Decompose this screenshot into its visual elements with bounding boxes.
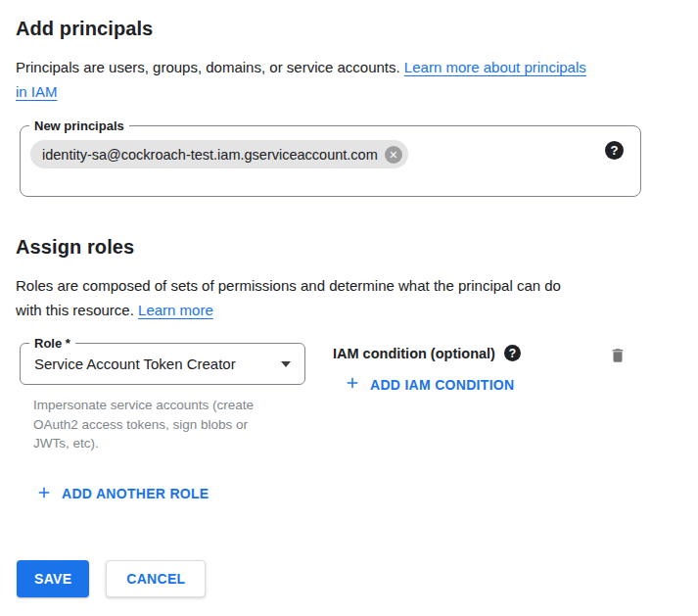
- principals-description-text: Principals are users, groups, domains, o…: [16, 59, 400, 75]
- assign-roles-title: Assign roles: [16, 236, 682, 259]
- save-button[interactable]: SAVE: [17, 560, 89, 597]
- role-select[interactable]: Role * Service Account Token Creator: [20, 343, 305, 385]
- plus-icon: [344, 374, 361, 395]
- chevron-down-icon: [281, 361, 291, 367]
- role-column: Role * Service Account Token Creator Imp…: [16, 343, 325, 453]
- role-select-label: Role *: [29, 335, 75, 352]
- add-principals-panel: Add principals Principals are users, gro…: [0, 0, 698, 597]
- learn-more-roles-link[interactable]: Learn more: [138, 302, 213, 318]
- dialog-actions: SAVE CANCEL: [16, 560, 682, 597]
- assign-roles-description: Roles are composed of sets of permission…: [16, 273, 662, 322]
- add-another-role-button[interactable]: ADD ANOTHER ROLE: [35, 484, 209, 504]
- new-principals-help-icon[interactable]: ?: [605, 141, 624, 160]
- delete-role-button[interactable]: [609, 346, 627, 368]
- new-principals-input[interactable]: New principals identity-sa@cockroach-tes…: [20, 125, 641, 197]
- chip-remove-icon[interactable]: ×: [385, 146, 402, 164]
- iam-condition-label: IAM condition (optional): [333, 346, 495, 361]
- cancel-button[interactable]: CANCEL: [106, 560, 206, 597]
- principal-chip-value: identity-sa@cockroach-test.iam.gservicea…: [42, 147, 378, 163]
- role-helper-text: Impersonate service accounts (create OAu…: [33, 396, 325, 453]
- iam-condition-header: IAM condition (optional) ?: [333, 345, 521, 361]
- iam-condition-help-icon[interactable]: ?: [504, 345, 521, 361]
- role-selected-value: Service Account Token Creator: [34, 355, 281, 372]
- iam-condition-column: IAM condition (optional) ? ADD IAM CONDI…: [333, 343, 521, 396]
- role-binding-row: Role * Service Account Token Creator Imp…: [16, 343, 682, 453]
- page-title: Add principals: [16, 18, 682, 40]
- new-principals-label: New principals: [29, 118, 129, 134]
- plus-icon: [35, 484, 53, 504]
- principals-description: Principals are users, groups, domains, o…: [16, 55, 662, 104]
- add-iam-condition-button[interactable]: ADD IAM CONDITION: [344, 374, 514, 395]
- principal-chip: identity-sa@cockroach-test.iam.gservicea…: [30, 140, 408, 168]
- trash-icon: [609, 354, 627, 368]
